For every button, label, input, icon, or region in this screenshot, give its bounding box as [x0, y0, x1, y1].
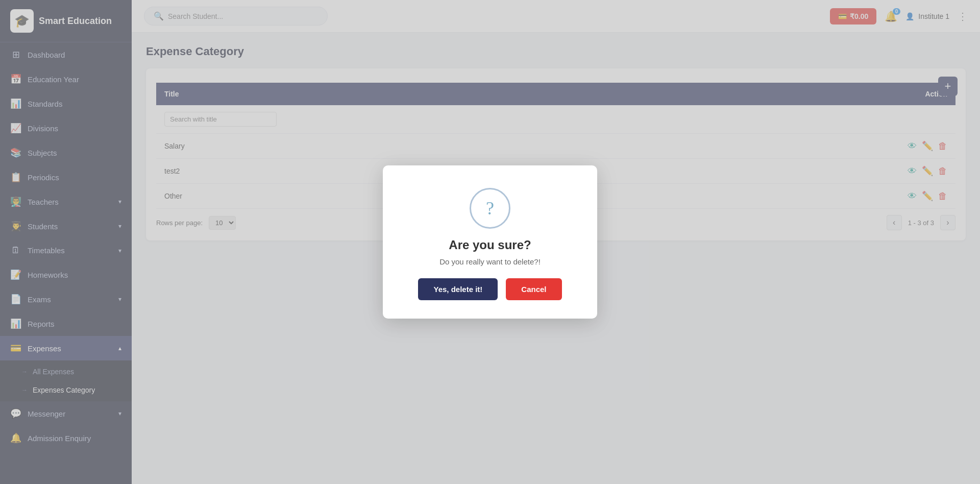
- question-mark: ?: [486, 198, 494, 219]
- modal-actions: Yes, delete it! Cancel: [418, 278, 561, 300]
- cancel-delete-button[interactable]: Cancel: [506, 278, 561, 300]
- modal-overlay: ? Are you sure? Do you really want to de…: [0, 0, 980, 484]
- modal-subtitle: Do you really want to delete?!: [439, 257, 541, 266]
- modal-title: Are you sure?: [449, 238, 531, 252]
- modal-question-icon: ?: [470, 188, 510, 229]
- confirm-dialog: ? Are you sure? Do you really want to de…: [383, 165, 597, 319]
- confirm-delete-button[interactable]: Yes, delete it!: [418, 278, 498, 300]
